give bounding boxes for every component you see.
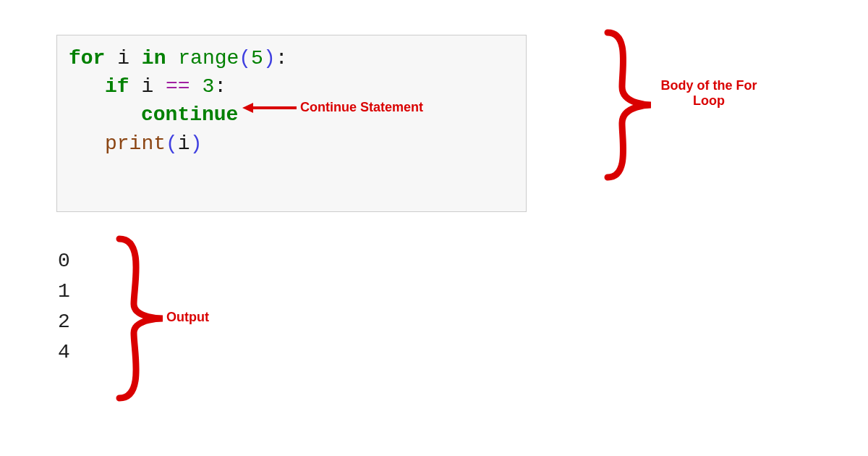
var-i2: i bbox=[141, 75, 153, 98]
output-label: Output bbox=[166, 310, 209, 325]
output-block: 0 1 2 4 bbox=[58, 246, 70, 368]
output-row: 1 bbox=[58, 276, 70, 307]
colon: : bbox=[276, 47, 288, 69]
code-line-3: continue bbox=[69, 101, 514, 129]
rparen2: ) bbox=[190, 132, 203, 155]
code-line-2: if i == 3: bbox=[69, 72, 514, 101]
output-row: 4 bbox=[58, 337, 70, 368]
keyword-in: in bbox=[142, 47, 166, 69]
var-i: i bbox=[117, 47, 129, 69]
code-line-1: for i in range(5): bbox=[69, 44, 514, 72]
func-range: range bbox=[178, 47, 239, 69]
func-print: print bbox=[105, 132, 166, 155]
rparen: ) bbox=[263, 47, 276, 69]
colon2: : bbox=[214, 75, 226, 98]
brace-right-icon bbox=[608, 33, 651, 177]
num-5: 5 bbox=[251, 47, 263, 69]
continue-label: Continue Statement bbox=[300, 100, 423, 115]
output-row: 0 bbox=[58, 246, 70, 276]
code-block: for i in range(5): if i == 3: continue p… bbox=[56, 35, 527, 212]
arg-i: i bbox=[178, 132, 190, 155]
lparen: ( bbox=[239, 47, 251, 69]
keyword-continue: continue bbox=[141, 104, 238, 126]
output-row: 2 bbox=[58, 307, 70, 337]
lparen2: ( bbox=[166, 132, 178, 155]
num-3: 3 bbox=[202, 75, 214, 98]
brace-output-icon bbox=[119, 239, 163, 398]
op-eq: == bbox=[166, 75, 190, 98]
body-loop-label: Body of the For Loop bbox=[651, 78, 767, 109]
code-line-4: print(i) bbox=[69, 130, 514, 158]
keyword-if: if bbox=[105, 75, 129, 98]
keyword-for: for bbox=[69, 47, 105, 69]
